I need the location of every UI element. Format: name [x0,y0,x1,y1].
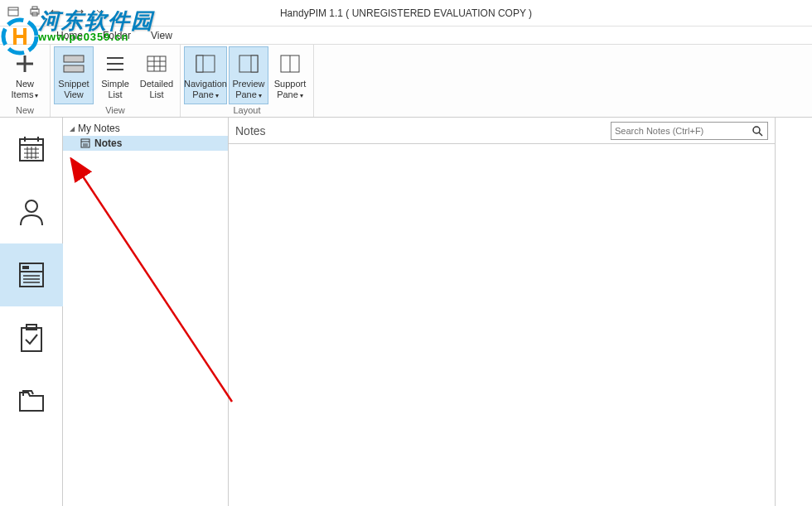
window-title: HandyPIM 1.1 ( UNREGISTERED EVALUATION C… [280,7,532,19]
menu-home[interactable]: Home [46,27,93,44]
svg-point-47 [753,127,760,133]
clipboard-check-icon [15,321,48,354]
search-icon[interactable] [751,125,764,137]
simple-list-button[interactable]: SimpleList [95,46,135,104]
support-pane-icon [277,51,303,77]
content-title: Notes [235,124,604,137]
folder-icon [15,384,48,417]
qat-print-icon[interactable] [27,3,43,20]
navigation-pane-button[interactable]: NavigationPane▾ [184,46,227,104]
support-pane-button[interactable]: SupportPane▾ [270,46,310,104]
collapse-arrow-icon: ◢ [70,125,75,133]
svg-rect-41 [22,328,41,351]
nav-tasks-button[interactable] [0,306,63,369]
svg-rect-9 [64,65,84,72]
search-box[interactable] [611,122,768,140]
simple-list-icon [102,51,128,77]
nav-contacts-button[interactable] [0,181,63,243]
new-items-label: NewItems▾ [12,79,39,100]
svg-point-34 [26,200,37,212]
qat-undo-icon[interactable] [48,3,65,20]
menu-folder[interactable]: Folder [93,27,141,44]
snippet-view-label: SnippetView [58,79,89,100]
snippet-view-icon [60,51,87,77]
person-icon [15,195,48,229]
svg-line-48 [759,133,762,136]
calendar-icon [15,133,48,166]
ribbon-group-layout: NavigationPane▾ PreviewPane▾ SupportPane… [181,45,314,117]
detailed-list-icon [143,51,170,77]
search-input[interactable] [615,126,751,136]
menu-view[interactable]: View [141,27,182,44]
content-header: Notes [229,118,775,144]
tree-root-label: My Notes [78,123,120,134]
preview-pane-label: PreviewPane▾ [232,79,264,100]
main-area: ◢ My Notes Notes Notes [0,118,812,506]
title-bar: HandyPIM 1.1 ( UNREGISTERED EVALUATION C… [0,0,812,27]
ribbon-group-view-label: View [54,104,176,117]
detailed-list-button[interactable]: DetailedList [137,46,176,104]
svg-rect-1 [8,7,18,16]
svg-rect-4 [32,7,37,9]
ribbon-group-layout-label: Layout [184,104,310,117]
ribbon-group-view: SnippetView SimpleList DetailedList View [51,45,181,117]
content-panel: Notes [229,118,776,506]
preview-pane-icon [235,51,262,77]
snippet-view-button[interactable]: SnippetView [54,46,94,104]
qat-new-icon[interactable] [5,3,22,20]
preview-pane-button[interactable]: PreviewPane▾ [229,46,268,104]
note-file-icon [80,137,91,149]
navigation-pane-label: NavigationPane▾ [184,79,227,100]
support-pane-label: SupportPane▾ [274,79,307,100]
folder-tree-panel: ◢ My Notes Notes [63,118,229,506]
nav-notes-button[interactable] [0,243,63,306]
nav-calendar-button[interactable] [0,118,63,181]
menu-bar: Home Folder View [0,27,812,45]
svg-rect-19 [196,55,203,72]
simple-list-label: SimpleList [101,79,129,100]
new-items-button[interactable]: NewItems▾ [3,46,46,104]
ribbon-toolbar: NewItems▾ New SnippetView SimpleList [0,45,812,118]
plus-icon [12,51,38,77]
svg-rect-21 [251,55,258,72]
right-strip [776,118,812,506]
detailed-list-label: DetailedList [140,79,173,100]
svg-rect-37 [22,266,29,269]
notes-icon [15,258,48,292]
qat-redo-icon[interactable] [70,3,86,20]
ribbon-group-new: NewItems▾ New [0,45,51,117]
ribbon-group-new-label: New [3,104,46,117]
nav-folders-button[interactable] [0,369,63,432]
navigation-sidebar [0,118,63,506]
tree-root-my-notes[interactable]: ◢ My Notes [63,121,228,136]
svg-rect-8 [64,55,84,62]
svg-rect-13 [147,56,166,71]
navigation-pane-icon [192,51,219,77]
qat-dropdown-icon[interactable] [91,3,108,20]
tree-item-notes[interactable]: Notes [63,136,228,151]
tree-item-label: Notes [94,137,122,149]
